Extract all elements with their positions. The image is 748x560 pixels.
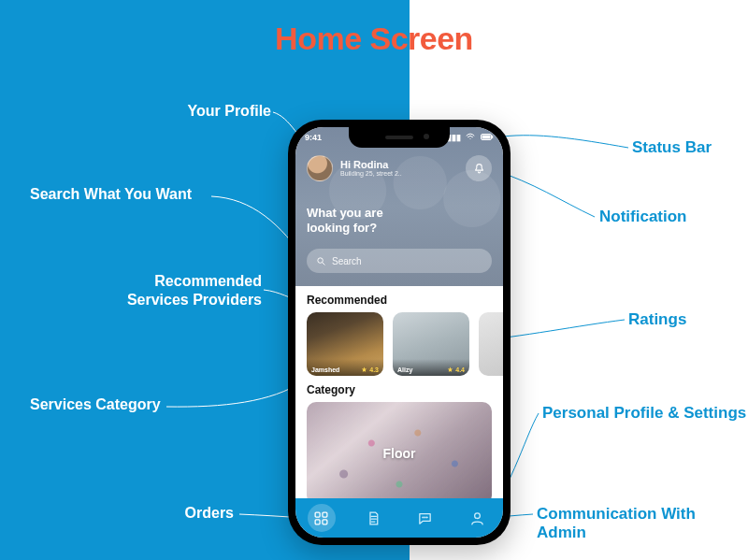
callout-comm: Communication With Admin xyxy=(537,505,748,542)
greeting-name: Hi Rodina xyxy=(340,159,466,170)
svg-rect-2 xyxy=(492,136,493,138)
svg-rect-5 xyxy=(323,512,327,517)
svg-rect-0 xyxy=(482,135,492,140)
bottom-tab-bar xyxy=(295,498,503,538)
callout-recommended-line2: Services Providers xyxy=(127,292,262,308)
callout-recommended: Recommended Services Providers xyxy=(56,272,262,309)
callout-ratings: Ratings xyxy=(628,310,686,329)
document-icon xyxy=(366,510,381,526)
recommended-card[interactable]: Alizy 4.4 xyxy=(393,312,469,376)
phone-notch xyxy=(349,127,450,148)
search-placeholder: Search xyxy=(332,256,362,266)
category-section: Category Floor xyxy=(295,376,503,505)
tab-profile[interactable] xyxy=(463,504,491,532)
callout-profile: Your Profile xyxy=(94,103,271,120)
category-title: Category xyxy=(307,383,492,396)
recommended-card[interactable] xyxy=(479,312,503,376)
star-icon xyxy=(361,366,367,373)
avatar[interactable] xyxy=(307,155,333,181)
svg-point-10 xyxy=(426,516,427,517)
callout-settings: Personal Profile & Settings xyxy=(542,404,746,423)
search-icon xyxy=(316,256,326,266)
category-card[interactable]: Floor xyxy=(307,402,492,505)
svg-point-3 xyxy=(318,257,324,263)
recommended-row[interactable]: Jamshed 4.3 Alizy 4.4 xyxy=(307,312,492,376)
provider-rating: 4.4 xyxy=(447,366,465,373)
greeting-block: Hi Rodina Building 25, street 2.. xyxy=(340,159,466,178)
greeting-address: Building 25, street 2.. xyxy=(340,170,466,178)
grid-icon xyxy=(313,510,329,526)
callout-search: Search What You Want xyxy=(30,186,192,203)
callout-recommended-line1: Recommended xyxy=(154,273,262,289)
hero-header: 9:41 ▮▮▮▮ Hi Rodina xyxy=(295,127,503,286)
svg-rect-7 xyxy=(323,519,327,524)
profile-row[interactable]: Hi Rodina Building 25, street 2.. xyxy=(307,155,492,181)
callout-category: Services Category xyxy=(30,396,161,413)
star-icon xyxy=(447,366,453,373)
status-time: 9:41 xyxy=(305,133,322,142)
recommended-title: Recommended xyxy=(307,294,492,307)
design-spec-slide: Home Screen Your Profile Search What You… xyxy=(0,0,748,560)
phone-mockup: 9:41 ▮▮▮▮ Hi Rodina xyxy=(288,120,511,545)
category-label: Floor xyxy=(383,446,416,461)
svg-rect-4 xyxy=(315,512,320,517)
provider-name: Jamshed xyxy=(311,366,339,373)
search-input[interactable]: Search xyxy=(307,249,492,273)
tab-home[interactable] xyxy=(308,504,336,532)
bell-icon xyxy=(473,163,485,175)
svg-point-11 xyxy=(474,512,480,518)
recommended-card[interactable]: Jamshed 4.3 xyxy=(307,312,383,376)
notification-button[interactable] xyxy=(466,155,492,181)
tab-orders[interactable] xyxy=(359,504,387,532)
callout-notification: Notification xyxy=(599,208,687,226)
hero-prompt: What you are looking for? xyxy=(307,206,428,235)
svg-rect-6 xyxy=(315,519,320,524)
provider-rating: 4.3 xyxy=(361,366,379,373)
recommended-section: Recommended Jamshed 4.3 Aliz xyxy=(295,286,503,376)
svg-point-8 xyxy=(423,516,424,517)
user-icon xyxy=(469,510,485,526)
battery-icon xyxy=(481,133,494,142)
chat-icon xyxy=(417,510,433,526)
svg-rect-1 xyxy=(482,136,491,139)
app-screen: 9:41 ▮▮▮▮ Hi Rodina xyxy=(295,127,503,538)
callout-statusbar: Status Bar xyxy=(632,138,712,157)
callout-orders: Orders xyxy=(112,505,234,522)
page-title: Home Screen xyxy=(0,21,748,57)
provider-name: Alizy xyxy=(397,366,412,373)
svg-point-9 xyxy=(424,516,425,517)
tab-chat[interactable] xyxy=(411,504,439,532)
wifi-icon xyxy=(466,133,475,142)
